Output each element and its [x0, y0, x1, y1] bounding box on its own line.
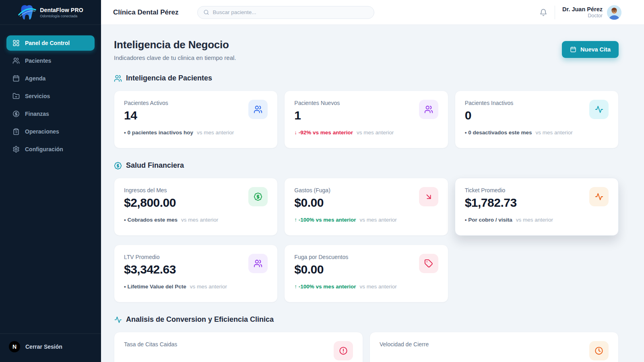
logout-label: Cerrar Sesión [25, 343, 62, 350]
n-logo-icon: N [9, 341, 20, 352]
clinic-name: Clínica Dental Pérez [113, 8, 179, 16]
topbar: Clínica Dental Pérez Dr. Juan Pérez Doct… [101, 0, 644, 25]
brand-tagline: Odontología conectada [40, 14, 83, 18]
kpi-note-suffix: vs mes anterior [357, 130, 394, 136]
kpi-label: Ingresos del Mes [124, 187, 176, 193]
kpi-note: • Lifetime Value del Pcte [124, 284, 186, 290]
kpi-note: • Cobrados este mes [124, 217, 178, 223]
sidebar-item-agenda[interactable]: Agenda [6, 71, 95, 86]
user-name: Dr. Juan Pérez [562, 6, 603, 12]
sidebar-item-configuracion[interactable]: Configuración [6, 142, 95, 157]
page-subtitle: Indicadores clave de tu clinica en tiemp… [114, 54, 236, 61]
kpi-label: Pacientes Inactivos [465, 100, 514, 106]
kpi-label: Pacientes Nuevos [294, 100, 340, 106]
kpi-card-pacientes-inactivos: Pacientes Inactivos0• 0 desactivados est… [455, 90, 619, 148]
sidebar-item-label: Servicios [25, 93, 50, 99]
tag-icon [419, 254, 438, 273]
kpi-card-ticket-promedio: Ticket Promedio$1,782.73• Por cobro / vi… [455, 178, 619, 236]
kpi-note: • 0 pacientes inactivos hoy [124, 130, 193, 136]
users-icon [248, 100, 268, 119]
kpi-label: Fuga por Descuentos [294, 254, 348, 260]
kpi-note-suffix: vs mes anterior [359, 217, 396, 223]
kpi-card-fuga-por-descuentos: Fuga por Descuentos$0.00↑ -100% vs mes a… [284, 245, 448, 302]
arrow-down-right-icon [419, 187, 438, 206]
patient-search[interactable] [197, 6, 374, 19]
kpi-card-gastos-fuga: Gastos (Fuga)$0.00↑ -100% vs mes anterio… [284, 178, 448, 236]
sidebar-item-label: Operaciones [25, 128, 59, 135]
gear-icon [12, 146, 20, 153]
kpi-value: 1 [294, 109, 340, 122]
dashboard-content: Inteligencia de Negocio Indicadores clav… [101, 25, 644, 362]
sidebar-item-label: Finanzas [25, 111, 49, 117]
section-title: Analisis de Conversion y Eficiencia Clin… [126, 315, 274, 324]
user-menu[interactable]: Dr. Juan Pérez Doctor [562, 5, 621, 20]
users-icon [248, 254, 268, 273]
activity-icon [114, 316, 122, 324]
kpi-note-suffix: vs mes anterior [516, 217, 553, 223]
section-title: Salud Financiera [126, 161, 184, 170]
users-icon [419, 100, 438, 119]
sidebar-item-label: Panel de Control [25, 40, 70, 46]
new-appointment-button[interactable]: Nueva Cita [562, 41, 619, 58]
sidebar-item-panel-de-control[interactable]: Panel de Control [6, 35, 95, 51]
kpi-value: 0 [465, 109, 514, 122]
topbar-divider [555, 6, 555, 19]
kpi-note: ↑ -100% vs mes anterior [294, 284, 356, 290]
kpi-note-suffix: vs mes anterior [359, 284, 396, 290]
sidebar-item-finanzas[interactable]: Finanzas [6, 106, 95, 121]
kpi-value: $1,782.73 [465, 196, 517, 210]
kpi-note-suffix: vs mes anterior [181, 217, 218, 223]
new-appointment-label: Nueva Cita [580, 46, 611, 53]
tooth-logo-icon [18, 3, 36, 22]
sidebar-nav: Panel de ControlPacientesAgendaServicios… [0, 25, 101, 329]
calendar-icon [570, 46, 576, 53]
kpi-card-tasa-de-citas-caidas: Tasa de Citas Caidas [114, 332, 363, 362]
kpi-card-pacientes-nuevos: Pacientes Nuevos1↓ -92% vs mes anteriorv… [284, 90, 448, 148]
sidebar-item-operaciones[interactable]: Operaciones [6, 124, 95, 139]
kpi-note: ↑ -100% vs mes anterior [294, 217, 356, 223]
kpi-card-velocidad-de-cierre: Velocidad de Cierre [369, 332, 619, 362]
brand-logo-block: DentaFlow PRO Odontología conectada [0, 0, 101, 25]
sidebar-item-label: Pacientes [25, 58, 51, 64]
bell-icon[interactable] [539, 8, 547, 16]
sidebar-item-label: Configuración [25, 146, 63, 152]
avatar [607, 5, 621, 20]
logout-button[interactable]: N Cerrar Sesión [0, 333, 101, 362]
calendar-icon [12, 75, 20, 82]
kpi-card-pacientes-activos: Pacientes Activos14• 0 pacientes inactiv… [114, 90, 278, 148]
kpi-label: Gastos (Fuga) [294, 187, 330, 193]
alert-circle-icon [334, 341, 353, 360]
circle-dollar-icon [12, 110, 20, 117]
kpi-value: $0.00 [294, 263, 348, 276]
kpi-note: ↓ -92% vs mes anterior [294, 130, 353, 136]
kpi-value: $0.00 [294, 196, 330, 210]
brand-name: DentaFlow PRO [40, 7, 83, 13]
user-role: Doctor [562, 13, 603, 19]
kpi-label: Pacientes Activos [124, 100, 168, 106]
dashboard-icon [12, 39, 20, 47]
kpi-note: • 0 desactivados este mes [465, 130, 532, 136]
kpi-value: $2,800.00 [124, 196, 176, 210]
kpi-card-ingresos-del-mes: Ingresos del Mes$2,800.00• Cobrados este… [114, 178, 278, 236]
folder-icon [12, 93, 20, 100]
users-icon [12, 57, 20, 64]
kpi-label: Tasa de Citas Caidas [124, 341, 177, 348]
kpi-card-ltv-promedio: LTV Promedio$3,342.63• Lifetime Value de… [114, 245, 278, 302]
page-title: Inteligencia de Negocio [114, 39, 236, 51]
sidebar-item-servicios[interactable]: Servicios [6, 88, 95, 104]
badge-dollar-icon [248, 187, 268, 206]
sidebar: DentaFlow PRO Odontología conectada Pane… [0, 0, 101, 362]
kpi-label: Velocidad de Cierre [380, 341, 429, 348]
section-inteligencia-de-pacientes: Inteligencia de PacientesPacientes Activ… [114, 74, 619, 148]
kpi-value: $3,342.63 [124, 263, 176, 276]
users-icon [114, 74, 122, 82]
sidebar-item-pacientes[interactable]: Pacientes [6, 53, 95, 68]
activity-icon [589, 187, 609, 206]
section-salud-financiera: Salud FinancieraIngresos del Mes$2,800.0… [114, 161, 619, 302]
kpi-label: LTV Promedio [124, 254, 176, 260]
section-title: Inteligencia de Pacientes [126, 74, 212, 82]
search-input[interactable] [213, 9, 368, 15]
search-icon [203, 9, 209, 15]
kpi-note: • Por cobro / visita [465, 217, 512, 223]
kpi-note-suffix: vs mes anterior [197, 130, 234, 136]
